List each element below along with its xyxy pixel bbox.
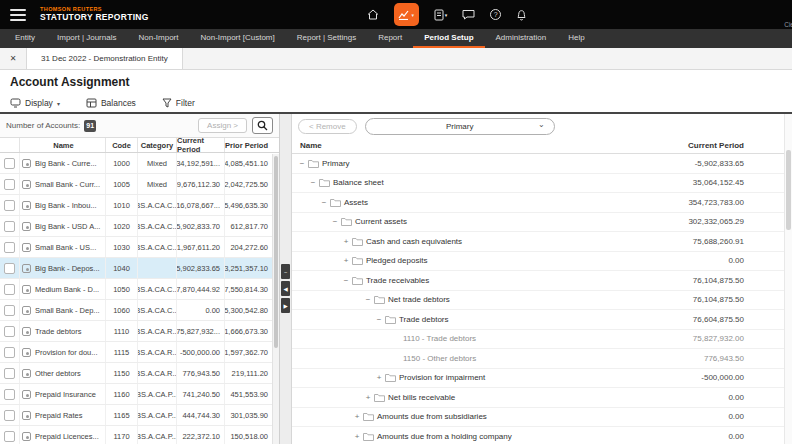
nav-item-import-journals[interactable]: Import | Journals: [46, 29, 127, 48]
splitter-right-icon[interactable]: ▶: [281, 298, 290, 313]
chat-icon[interactable]: [462, 9, 475, 20]
expander-icon[interactable]: +: [342, 237, 350, 246]
tree-node-label: Pledged deposits: [366, 256, 427, 265]
row-checkbox[interactable]: [4, 242, 15, 253]
account-category: [138, 258, 177, 278]
tree-row[interactable]: 1150 - Other debtors 776,943.50: [292, 349, 792, 369]
nav-item-help[interactable]: Help: [557, 29, 595, 48]
current-period-value: 1,967,611.20: [177, 237, 225, 257]
expander-icon[interactable]: −: [331, 217, 339, 226]
splitter-collapse-icon[interactable]: −: [281, 264, 290, 279]
help-icon[interactable]: ?: [490, 9, 501, 20]
tree-node-value: -5,902,833.65: [695, 159, 792, 168]
tree-row[interactable]: − Primary -5,902,833.65: [292, 154, 792, 174]
account-code: 1060: [106, 300, 138, 320]
table-row[interactable]: Big Bank - Depos... 1040 5,902,833.65 13…: [0, 258, 279, 279]
row-checkbox[interactable]: [4, 326, 15, 337]
row-checkbox[interactable]: [4, 221, 15, 232]
row-checkbox[interactable]: [4, 158, 15, 169]
row-checkbox[interactable]: [4, 263, 15, 274]
table-row[interactable]: Big Bank - Curre... 1000 Mixed 34,192,59…: [0, 153, 279, 174]
expander-icon[interactable]: −: [309, 178, 317, 187]
active-app-icon[interactable]: ▾: [394, 3, 419, 26]
table-row[interactable]: Prepaid Licences... 1170 BS.A.CA.P... 22…: [0, 426, 279, 444]
splitter-left-icon[interactable]: ◀: [281, 281, 290, 296]
row-checkbox[interactable]: [4, 179, 15, 190]
tree-row[interactable]: + Cash and cash equivalents 75,688,260.9…: [292, 232, 792, 252]
tree-scrollbar-thumb[interactable]: [786, 150, 791, 230]
tree-row[interactable]: − Trade debtors 76,604,875.50: [292, 310, 792, 330]
expander-icon[interactable]: −: [342, 276, 350, 285]
table-row[interactable]: Other debtors 1150 BS.A.CA.R... 776,943.…: [0, 363, 279, 384]
table-row[interactable]: Provision for dou... 1115 BS.A.CA.R... -…: [0, 342, 279, 363]
row-checkbox[interactable]: [4, 347, 15, 358]
close-icon[interactable]: ✕: [0, 48, 26, 69]
display-button[interactable]: Display ▾: [10, 98, 60, 108]
nav-item-report[interactable]: Report: [367, 29, 413, 48]
tree-row[interactable]: + Pledged deposits 0.00: [292, 252, 792, 272]
assign-button[interactable]: Assign >: [198, 118, 247, 133]
row-checkbox[interactable]: [4, 410, 15, 421]
row-checkbox[interactable]: [4, 284, 15, 295]
hamburger-menu-icon[interactable]: [10, 6, 26, 24]
tree-row[interactable]: − Current assets 302,332,065.29: [292, 213, 792, 233]
tree-row[interactable]: 1110 - Trade debtors 75,827,932.00: [292, 330, 792, 350]
table-row[interactable]: Prepaid Rates 1165 BS.A.CA.P... 444,744.…: [0, 405, 279, 426]
nav-item-report-settings[interactable]: Report | Settings: [286, 29, 367, 48]
expander-icon[interactable]: +: [353, 432, 361, 441]
table-row[interactable]: Big Bank - Inbou... 1010 BS.A.CA.C... 16…: [0, 195, 279, 216]
expander-icon[interactable]: +: [364, 393, 372, 402]
row-checkbox[interactable]: [4, 431, 15, 442]
tab-period-entity[interactable]: 31 Dec 2022 - Demonstration Entity: [26, 48, 183, 69]
filter-button[interactable]: Filter: [162, 98, 195, 108]
tree-row[interactable]: − Balance sheet 35,064,152.45: [292, 174, 792, 194]
expander-icon[interactable]: −: [364, 295, 372, 304]
nav-item-entity[interactable]: Entity: [4, 29, 46, 48]
expander-icon[interactable]: −: [298, 159, 306, 168]
expander-icon[interactable]: +: [353, 412, 361, 421]
tree-row[interactable]: + Amounts due from a holding company 0.0…: [292, 427, 792, 444]
nav-item-non-import[interactable]: Non-Import: [127, 29, 189, 48]
table-row[interactable]: Small Bank - Curr... 1005 Mixed 9,676,11…: [0, 174, 279, 195]
row-checkbox[interactable]: [4, 305, 15, 316]
tree-row[interactable]: − Assets 354,723,783.00: [292, 193, 792, 213]
table-row[interactable]: Trade debtors 1110 BS.A.CA.R... 75,827,9…: [0, 321, 279, 342]
search-icon: [257, 120, 268, 131]
view-selector[interactable]: Primary ⌄: [365, 118, 555, 135]
accounts-scrollbar-thumb[interactable]: [274, 156, 278, 348]
expander-icon[interactable]: +: [375, 373, 383, 382]
bell-icon[interactable]: [516, 9, 527, 21]
tree-row[interactable]: + Provision for impairment -500,000.00: [292, 369, 792, 389]
row-checkbox[interactable]: [4, 389, 15, 400]
expander-icon[interactable]: +: [342, 256, 350, 265]
nav-item-period-setup[interactable]: Period Setup: [413, 29, 484, 48]
accounts-scrollbar[interactable]: [272, 154, 279, 444]
tree-row[interactable]: + Net bills receivable 0.00: [292, 388, 792, 408]
table-row[interactable]: Medium Bank - D... 1050 BS.A.CA.C... 7,8…: [0, 279, 279, 300]
balances-button[interactable]: Balances: [86, 98, 136, 108]
account-code: 1040: [106, 258, 138, 278]
account-type-icon: [22, 306, 31, 315]
tree-row[interactable]: + Amounts due from subsidiaries 0.00: [292, 408, 792, 428]
expander-icon[interactable]: −: [375, 315, 383, 324]
panel-splitter[interactable]: − ◀ ▶: [280, 114, 292, 444]
document-icon[interactable]: ▾: [434, 9, 448, 21]
nav-item-non-import-custom-[interactable]: Non-Import [Custom]: [189, 29, 285, 48]
row-checkbox[interactable]: [4, 368, 15, 379]
table-row[interactable]: Small Bank - Dep... 1060 BS.A.CA.C... 0.…: [0, 300, 279, 321]
search-button[interactable]: [252, 117, 273, 134]
tree-row[interactable]: − Trade receivables 76,104,875.50: [292, 271, 792, 291]
nav-item-administration[interactable]: Administration: [485, 29, 558, 48]
remove-button[interactable]: < Remove: [298, 119, 357, 134]
table-row[interactable]: Big Bank - USD A... 1020 BS.A.CA.C... 5,…: [0, 216, 279, 237]
tree-row[interactable]: − Net trade debtors 76,104,875.50: [292, 291, 792, 311]
table-row[interactable]: Prepaid Insurance 1160 BS.A.CA.P... 741,…: [0, 384, 279, 405]
home-icon[interactable]: [367, 9, 379, 20]
account-name: Prepaid Insurance: [35, 390, 96, 399]
tree-scrollbar[interactable]: [784, 114, 792, 444]
expander-icon[interactable]: −: [320, 198, 328, 207]
tree-node-value: 75,688,260.91: [693, 237, 792, 246]
account-category: BS.A.CA.C...: [138, 279, 177, 299]
table-row[interactable]: Small Bank - US... 1030 BS.A.CA.C... 1,9…: [0, 237, 279, 258]
row-checkbox[interactable]: [4, 200, 15, 211]
